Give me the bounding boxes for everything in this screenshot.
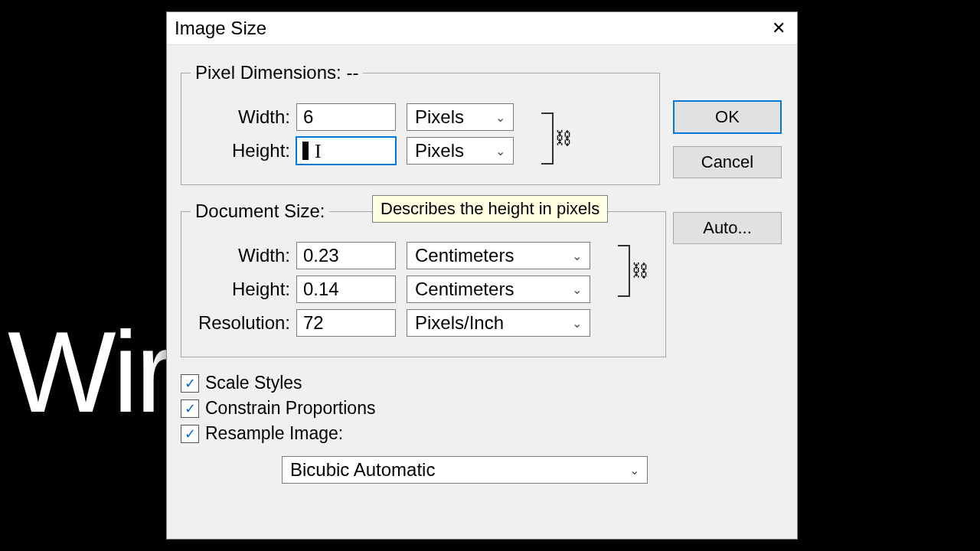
chain-link-icon: ⛓	[632, 261, 648, 281]
pixel-dimensions-legend: Pixel Dimensions: --	[191, 62, 363, 83]
tooltip: Describes the height in pixels	[372, 195, 608, 223]
checkbox-icon: ✓	[181, 374, 199, 393]
close-button[interactable]: ✕	[760, 12, 797, 44]
chain-link-icon: ⛓	[555, 129, 572, 148]
document-size-group: Document Size: Width: Centimeters ⌄ Heig…	[181, 201, 666, 357]
resample-image-label: Resample Image:	[205, 423, 343, 444]
px-width-unit-value: Pixels	[415, 106, 464, 128]
px-width-unit-select[interactable]: Pixels ⌄	[407, 103, 514, 131]
chevron-down-icon: ⌄	[572, 249, 582, 263]
chevron-down-icon: ⌄	[572, 316, 582, 331]
resample-image-checkbox[interactable]: ✓ Resample Image:	[181, 423, 662, 444]
doc-height-input[interactable]	[296, 276, 396, 303]
scale-styles-checkbox[interactable]: ✓ Scale Styles	[181, 373, 662, 393]
image-size-dialog: Image Size ✕ Pixel Dimensions: -- Width:…	[166, 11, 798, 540]
scale-styles-label: Scale Styles	[205, 373, 302, 393]
doc-width-unit-select[interactable]: Centimeters ⌄	[407, 242, 590, 269]
px-height-label: Height:	[191, 140, 290, 161]
chevron-down-icon: ⌄	[495, 110, 505, 125]
titlebar: Image Size ✕	[167, 12, 797, 45]
doc-width-input[interactable]	[296, 242, 396, 269]
px-height-unit-select[interactable]: Pixels ⌄	[407, 137, 514, 165]
doc-height-unit-select[interactable]: Centimeters ⌄	[407, 276, 590, 303]
chevron-down-icon: ⌄	[572, 282, 582, 297]
checkbox-icon: ✓	[181, 425, 199, 443]
checkbox-icon: ✓	[181, 399, 199, 418]
px-width-input[interactable]	[296, 103, 396, 131]
resolution-input[interactable]	[296, 309, 396, 337]
ibeam-cursor-icon: I	[315, 140, 322, 163]
dialog-title: Image Size	[167, 18, 266, 39]
doc-height-label: Height:	[191, 279, 290, 300]
px-height-unit-value: Pixels	[415, 140, 464, 161]
doc-link-constraint[interactable]: ⛓	[618, 245, 648, 297]
px-link-constraint[interactable]: ⛓	[541, 112, 572, 165]
doc-width-label: Width:	[191, 245, 290, 266]
resolution-unit-value: Pixels/Inch	[415, 312, 504, 334]
background-watermark: Wir	[8, 306, 171, 439]
px-width-label: Width:	[191, 106, 290, 128]
doc-width-unit-value: Centimeters	[415, 245, 514, 266]
doc-height-unit-value: Centimeters	[415, 279, 514, 300]
constrain-proportions-checkbox[interactable]: ✓ Constrain Proportions	[181, 398, 662, 419]
cancel-button[interactable]: Cancel	[673, 146, 782, 178]
auto-button[interactable]: Auto...	[673, 212, 782, 244]
chevron-down-icon: ⌄	[495, 144, 505, 158]
document-size-legend: Document Size:	[191, 201, 329, 222]
resolution-label: Resolution:	[191, 312, 290, 334]
chevron-down-icon: ⌄	[629, 463, 639, 478]
ok-button[interactable]: OK	[673, 100, 782, 134]
pixel-dimensions-group: Pixel Dimensions: -- Width: Pixels ⌄ Hei…	[181, 62, 660, 185]
resample-method-value: Bicubic Automatic	[290, 459, 435, 481]
resample-method-select[interactable]: Bicubic Automatic ⌄	[282, 456, 648, 484]
text-caret	[302, 142, 309, 160]
constrain-proportions-label: Constrain Proportions	[205, 398, 375, 419]
px-height-input[interactable]	[296, 137, 396, 165]
resolution-unit-select[interactable]: Pixels/Inch ⌄	[407, 309, 590, 337]
